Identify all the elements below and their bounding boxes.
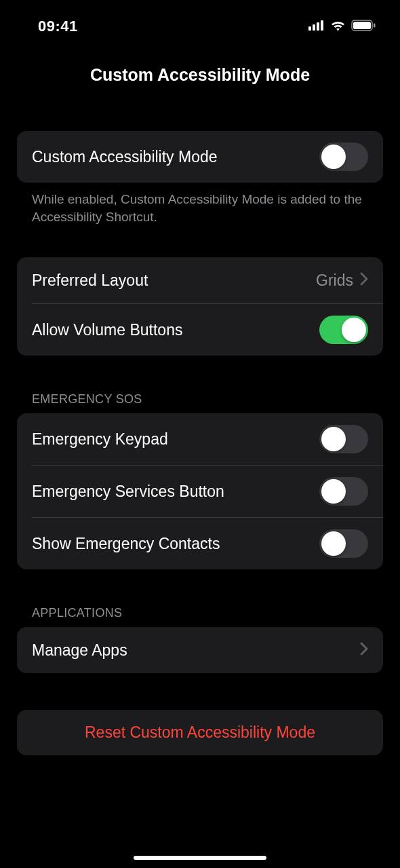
- page-title: Custom Accessibility Mode: [0, 65, 400, 85]
- section-footer-text: While enabled, Custom Accessibility Mode…: [17, 183, 383, 225]
- toggle-allow-volume-buttons[interactable]: [319, 316, 368, 344]
- row-emergency-keypad: Emergency Keypad: [17, 413, 383, 465]
- svg-rect-6: [374, 23, 376, 27]
- toggle-knob: [321, 427, 346, 451]
- toggle-emergency-keypad[interactable]: [319, 425, 368, 453]
- row-manage-apps[interactable]: Manage Apps: [17, 627, 383, 673]
- svg-rect-1: [313, 24, 315, 31]
- section-header-emergency: EMERGENCY SOS: [17, 392, 383, 413]
- reset-button-label: Reset Custom Accessibility Mode: [17, 723, 383, 742]
- section-emergency-sos: Emergency Keypad Emergency Services Butt…: [17, 413, 383, 569]
- toggle-emergency-services-button[interactable]: [319, 477, 368, 506]
- toggle-knob: [321, 479, 346, 504]
- row-custom-accessibility-mode: Custom Accessibility Mode: [17, 131, 383, 183]
- row-label: Show Emergency Contacts: [32, 535, 220, 553]
- chevron-right-icon: [360, 642, 368, 658]
- row-label: Emergency Services Button: [32, 483, 224, 501]
- row-label: Manage Apps: [32, 641, 127, 660]
- toggle-custom-accessibility-mode[interactable]: [319, 143, 368, 171]
- chevron-right-icon: [360, 272, 368, 288]
- reset-button[interactable]: Reset Custom Accessibility Mode: [17, 710, 383, 755]
- row-preferred-layout[interactable]: Preferred Layout Grids: [17, 257, 383, 303]
- row-label: Preferred Layout: [32, 271, 148, 290]
- navigation-bar: Custom Accessibility Mode: [0, 41, 400, 92]
- row-label: Custom Accessibility Mode: [32, 148, 218, 166]
- svg-rect-3: [321, 20, 323, 31]
- toggle-knob: [342, 318, 366, 342]
- status-time: 09:41: [38, 18, 78, 35]
- battery-icon: [351, 20, 376, 34]
- svg-rect-0: [308, 26, 311, 31]
- section-header-applications: APPLICATIONS: [17, 606, 383, 627]
- svg-rect-2: [317, 22, 319, 31]
- cellular-icon: [308, 20, 325, 33]
- status-bar: 09:41: [0, 0, 400, 41]
- row-value: Grids: [316, 271, 353, 290]
- toggle-show-emergency-contacts[interactable]: [319, 529, 368, 558]
- row-show-emergency-contacts: Show Emergency Contacts: [17, 518, 383, 569]
- home-indicator[interactable]: [134, 856, 266, 860]
- toggle-knob: [321, 145, 346, 169]
- row-emergency-services-button: Emergency Services Button: [17, 466, 383, 517]
- section-layout: Preferred Layout Grids Allow Volume Butt…: [17, 257, 383, 356]
- row-label: Allow Volume Buttons: [32, 321, 182, 339]
- wifi-icon: [330, 20, 346, 34]
- svg-rect-5: [353, 22, 371, 29]
- section-applications: Manage Apps: [17, 627, 383, 673]
- toggle-knob: [321, 531, 346, 556]
- row-allow-volume-buttons: Allow Volume Buttons: [17, 304, 383, 356]
- section-accessibility-mode: Custom Accessibility Mode: [17, 131, 383, 183]
- row-label: Emergency Keypad: [32, 430, 168, 449]
- status-icons: [308, 20, 376, 34]
